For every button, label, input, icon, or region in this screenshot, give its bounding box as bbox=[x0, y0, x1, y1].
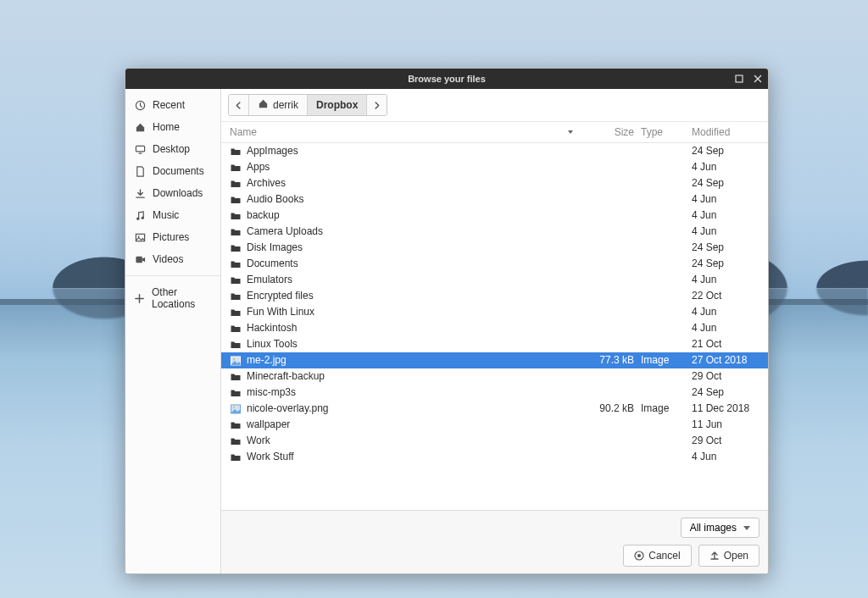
column-modified[interactable]: Modified bbox=[692, 126, 760, 138]
path-bar: derrikDropbox bbox=[221, 89, 768, 122]
folder-icon bbox=[230, 323, 242, 335]
sidebar-item-label: Other Locations bbox=[152, 286, 212, 310]
file-row[interactable]: AppImages 24 Sep bbox=[221, 143, 768, 159]
maximize-button[interactable] bbox=[734, 74, 744, 84]
sidebar-item-music[interactable]: Music bbox=[125, 204, 220, 226]
folder-icon bbox=[230, 419, 242, 431]
open-button[interactable]: Open bbox=[698, 545, 760, 567]
sidebar-item-desktop[interactable]: Desktop bbox=[125, 138, 220, 160]
file-row[interactable]: Documents 24 Sep bbox=[221, 256, 768, 272]
sidebar-item-documents[interactable]: Documents bbox=[125, 160, 220, 182]
file-modified: 24 Sep bbox=[692, 241, 760, 255]
file-type: Image bbox=[641, 401, 692, 416]
file-modified: 29 Oct bbox=[692, 369, 760, 384]
file-modified: 22 Oct bbox=[692, 289, 760, 303]
file-row[interactable]: Disk Images 24 Sep bbox=[221, 240, 768, 256]
folder-icon bbox=[230, 194, 242, 206]
sidebar-item-home[interactable]: Home bbox=[125, 116, 220, 138]
svg-point-13 bbox=[637, 554, 641, 557]
column-type[interactable]: Type bbox=[641, 126, 692, 138]
file-size: 77.3 kB bbox=[581, 353, 641, 368]
file-row[interactable]: Apps 4 Jun bbox=[221, 159, 768, 175]
folder-icon bbox=[230, 242, 242, 254]
file-row[interactable]: Work 29 Oct bbox=[221, 433, 768, 449]
file-row[interactable]: backup 4 Jun bbox=[221, 208, 768, 224]
folder-icon bbox=[230, 307, 242, 318]
cancel-button[interactable]: Cancel bbox=[623, 545, 691, 567]
file-name: nicole-overlay.png bbox=[247, 401, 329, 416]
sidebar-item-label: Pictures bbox=[153, 231, 189, 243]
file-name: Linux Tools bbox=[247, 337, 298, 352]
plus-icon bbox=[134, 292, 145, 304]
file-name: Hackintosh bbox=[247, 321, 297, 335]
sort-indicator-icon bbox=[568, 130, 573, 134]
cancel-icon bbox=[634, 551, 644, 561]
folder-icon bbox=[230, 146, 242, 158]
sidebar-item-pictures[interactable]: Pictures bbox=[125, 226, 220, 248]
file-modified: 4 Jun bbox=[692, 305, 760, 319]
column-size[interactable]: Size bbox=[581, 126, 641, 138]
file-row[interactable]: Work Stuff 4 Jun bbox=[221, 449, 768, 465]
file-row[interactable]: nicole-overlay.png 90.2 kB Image 11 Dec … bbox=[221, 401, 768, 417]
file-row[interactable]: Linux Tools 21 Oct bbox=[221, 336, 768, 352]
file-row[interactable]: Fun With Linux 4 Jun bbox=[221, 304, 768, 320]
folder-icon bbox=[230, 226, 242, 238]
path-segment-label: derrik bbox=[273, 99, 298, 111]
videos-icon bbox=[134, 253, 146, 265]
file-row[interactable]: Emulators 4 Jun bbox=[221, 272, 768, 288]
folder-icon bbox=[230, 291, 242, 302]
folder-icon bbox=[230, 339, 242, 351]
file-row[interactable]: Minecraft-backup 29 Oct bbox=[221, 368, 768, 385]
chevron-down-icon bbox=[743, 526, 750, 530]
file-row[interactable]: me-2.jpg 77.3 kB Image 27 Oct 2018 bbox=[221, 352, 768, 368]
svg-point-4 bbox=[141, 216, 143, 219]
svg-point-3 bbox=[136, 217, 139, 219]
file-modified: 11 Jun bbox=[692, 418, 760, 432]
sidebar-item-downloads[interactable]: Downloads bbox=[125, 182, 220, 204]
file-row[interactable]: Audio Books 4 Jun bbox=[221, 191, 768, 208]
file-name: Encrypted files bbox=[247, 289, 314, 303]
file-modified: 4 Jun bbox=[692, 208, 760, 223]
upload-icon bbox=[709, 551, 720, 561]
file-list[interactable]: AppImages 24 Sep Apps 4 Jun Archives 24 … bbox=[221, 143, 768, 510]
file-row[interactable]: Camera Uploads 4 Jun bbox=[221, 224, 768, 240]
sidebar-item-label: Downloads bbox=[153, 187, 203, 199]
sidebar-item-recent[interactable]: Recent bbox=[125, 94, 220, 116]
recent-icon bbox=[134, 99, 146, 111]
documents-icon bbox=[134, 165, 146, 177]
file-row[interactable]: Encrypted files 22 Oct bbox=[221, 288, 768, 304]
path-segment-dropbox[interactable]: Dropbox bbox=[308, 95, 367, 115]
file-name: Audio Books bbox=[247, 192, 303, 207]
sidebar-item-videos[interactable]: Videos bbox=[125, 248, 220, 270]
folder-icon bbox=[230, 387, 242, 399]
file-row[interactable]: misc-mp3s 24 Sep bbox=[221, 385, 768, 401]
sidebar-item-other-locations[interactable]: Other Locations bbox=[125, 281, 220, 315]
file-name: backup bbox=[247, 208, 280, 223]
file-type: Image bbox=[641, 353, 692, 368]
sidebar-item-label: Music bbox=[153, 209, 179, 221]
file-type-filter[interactable]: All images bbox=[681, 518, 760, 538]
music-icon bbox=[134, 209, 146, 221]
pictures-icon bbox=[134, 231, 146, 243]
close-button[interactable] bbox=[753, 74, 763, 84]
file-row[interactable]: wallpaper 11 Jun bbox=[221, 417, 768, 433]
file-row[interactable]: Archives 24 Sep bbox=[221, 175, 768, 191]
folder-icon bbox=[230, 371, 242, 383]
svg-point-9 bbox=[233, 357, 235, 359]
path-back-button[interactable] bbox=[229, 95, 249, 115]
file-modified: 27 Oct 2018 bbox=[692, 353, 760, 368]
file-modified: 4 Jun bbox=[692, 450, 760, 464]
home-icon bbox=[134, 121, 146, 133]
file-chooser-dialog: Browse your files RecentHomeDesktopDocum… bbox=[125, 68, 769, 574]
folder-icon bbox=[230, 451, 242, 463]
svg-rect-7 bbox=[136, 256, 142, 262]
image-icon bbox=[230, 403, 242, 415]
path-forward-button[interactable] bbox=[367, 95, 387, 115]
file-row[interactable]: Hackintosh 4 Jun bbox=[221, 320, 768, 336]
column-name[interactable]: Name bbox=[230, 126, 581, 138]
path-segment-label: Dropbox bbox=[316, 99, 358, 111]
file-name: AppImages bbox=[247, 144, 298, 158]
file-modified: 4 Jun bbox=[692, 192, 760, 207]
file-name: Minecraft-backup bbox=[247, 369, 325, 384]
path-segment-derrik[interactable]: derrik bbox=[249, 95, 308, 115]
